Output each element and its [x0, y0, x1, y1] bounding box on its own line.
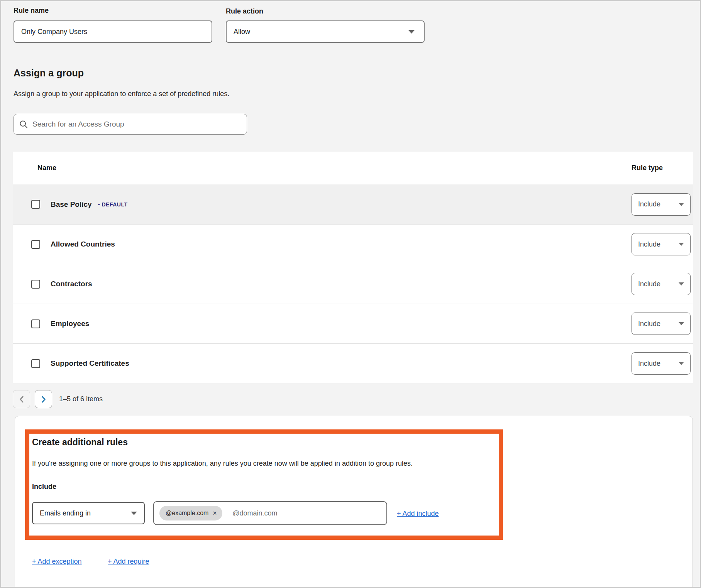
- row-checkbox[interactable]: [31, 200, 40, 209]
- chevron-right-icon: [41, 396, 46, 403]
- group-name: Allowed Countries: [51, 240, 115, 248]
- table-row: Allowed Countries Include: [13, 224, 693, 264]
- add-include-link[interactable]: + Add include: [397, 510, 439, 518]
- table-row: Supported Certificates Include: [13, 343, 693, 383]
- group-name: Employees: [51, 319, 89, 328]
- rule-name-label: Rule name: [14, 7, 49, 15]
- group-name: Supported Certificates: [51, 359, 129, 368]
- rule-type-select[interactable]: Include: [632, 352, 691, 375]
- access-group-table: Name Rule type Base Policy • DEFAULT Inc…: [13, 152, 693, 383]
- table-row: Base Policy • DEFAULT Include: [13, 184, 693, 224]
- pagination: 1–5 of 6 items: [13, 390, 103, 408]
- email-domain-input-container[interactable]: @example.com ✕: [153, 501, 387, 525]
- assign-group-title: Assign a group: [14, 68, 84, 79]
- rule-type-select[interactable]: Include: [632, 193, 691, 216]
- assign-group-description: Assign a group to your application to en…: [14, 90, 229, 98]
- row-checkbox[interactable]: [31, 240, 40, 249]
- rule-type-select[interactable]: Include: [632, 273, 691, 295]
- pagination-status: 1–5 of 6 items: [59, 395, 103, 403]
- add-exception-link[interactable]: + Add exception: [32, 558, 82, 566]
- rule-type-value: Include: [638, 360, 660, 368]
- rule-type-value: Include: [638, 280, 660, 288]
- chevron-down-icon: [679, 282, 684, 286]
- email-domain-input[interactable]: [232, 509, 381, 517]
- rule-type-select[interactable]: Include: [632, 233, 691, 255]
- search-icon: [19, 120, 28, 128]
- group-name: Contractors: [51, 280, 92, 288]
- chevron-down-icon: [679, 362, 684, 365]
- chevron-down-icon: [679, 322, 684, 325]
- chevron-down-icon: [679, 243, 684, 246]
- rule-type-value: Include: [638, 200, 660, 208]
- row-checkbox[interactable]: [31, 280, 40, 289]
- rule-type-value: Include: [638, 240, 660, 248]
- remove-chip-icon[interactable]: ✕: [212, 510, 217, 516]
- include-condition-value: Emails ending in: [40, 509, 91, 517]
- chevron-down-icon: [679, 203, 684, 206]
- include-condition-select[interactable]: Emails ending in: [32, 502, 145, 524]
- chevron-left-icon: [19, 396, 24, 403]
- row-checkbox[interactable]: [31, 359, 40, 368]
- rule-type-select[interactable]: Include: [632, 313, 691, 335]
- add-require-link[interactable]: + Add require: [108, 558, 149, 566]
- row-checkbox[interactable]: [31, 319, 40, 328]
- column-header-rule-type: Rule type: [632, 164, 663, 172]
- table-header-row: Name Rule type: [13, 152, 693, 184]
- table-body: Base Policy • DEFAULT Include Allowed Co…: [13, 184, 693, 383]
- default-badge: • DEFAULT: [98, 201, 128, 208]
- table-row: Employees Include: [13, 304, 693, 343]
- rule-action-label: Rule action: [226, 7, 263, 15]
- additional-rules-title: Create additional rules: [32, 437, 128, 448]
- rule-action-value: Allow: [234, 28, 250, 36]
- next-page-button[interactable]: [35, 390, 52, 408]
- email-domain-chip: @example.com ✕: [159, 506, 222, 520]
- search-input[interactable]: [32, 120, 241, 128]
- rule-configuration-page: { "form": { "rule_name_label": "Rule nam…: [0, 0, 701, 588]
- chevron-down-icon: [408, 30, 415, 34]
- rule-type-value: Include: [638, 320, 660, 328]
- access-group-search[interactable]: [14, 114, 247, 135]
- additional-rules-description: If you're assigning one or more groups t…: [32, 460, 413, 468]
- previous-page-button[interactable]: [13, 390, 30, 408]
- rule-name-input[interactable]: [14, 20, 212, 43]
- chip-value: @example.com: [166, 510, 208, 517]
- include-section-label: Include: [32, 483, 56, 491]
- table-row: Contractors Include: [13, 264, 693, 304]
- rule-action-select[interactable]: Allow: [226, 20, 425, 43]
- chevron-down-icon: [131, 512, 137, 515]
- group-name: Base Policy: [51, 200, 92, 209]
- column-header-name: Name: [37, 164, 56, 172]
